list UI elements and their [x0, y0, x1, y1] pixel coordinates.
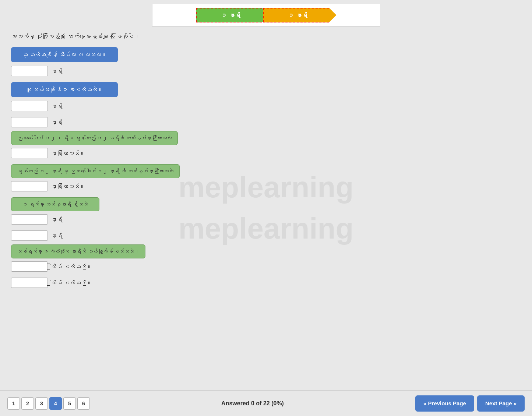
q6-input[interactable]: [11, 261, 48, 272]
question-5: ၁ ရက်မှာ ဘယ်နှနာရိ ရှိသလဲ နာရိ: [11, 197, 521, 225]
q6-top-row: နာရိ: [11, 230, 521, 241]
q5-input[interactable]: [11, 214, 48, 225]
arrow-yellow: ၁ နာရိ: [263, 8, 337, 22]
question-6: နာရိ တစ်ရက်မှာ ၈ ကဲတံတုံက နာရိကို ဘယ်နှက…: [11, 230, 521, 272]
page-btn-6[interactable]: 6: [77, 397, 90, 410]
question-2: သူ ဘယ်အချိန်မှာ စာဖတ်သလဲ။ နာရိ: [11, 82, 521, 111]
q2-input[interactable]: [11, 101, 48, 111]
q4-suffix: နာရိကြာသည်။: [51, 183, 85, 190]
q3-hint-button[interactable]: ညသန်းခေါင် ၁၂ ၊ ရီမှ မွန်းတည့် ၁၂ နာရိထိ…: [11, 131, 178, 145]
q6-top-input[interactable]: [11, 230, 48, 241]
q5-answer-row: နာရိ: [11, 214, 521, 225]
arrow-container: ၁ နာရိ ၁ နာရိ: [196, 8, 337, 22]
footer: 1 2 3 4 5 6 Answered 0 of 22 (0%) « Prev…: [0, 390, 532, 416]
q2-answer-row: နာရိ: [11, 101, 521, 111]
instruction-text: အထက်မှ ပုံကိုကြည့်၍ အောက်မှမေးခွန်းများက…: [11, 33, 521, 40]
page-btn-2[interactable]: 2: [21, 397, 34, 410]
next-page-button[interactable]: Next Page »: [477, 395, 525, 412]
q3-answer-row: နာရိ: [11, 117, 521, 127]
q4-input[interactable]: [11, 181, 48, 191]
q5-hint-button[interactable]: ၁ ရက်မှာ ဘယ်နှနာရိ ရှိသလဲ: [11, 197, 99, 211]
arrow-yellow-label: ၁ နာရိ: [288, 12, 307, 18]
q5-suffix: နာရိ: [51, 216, 63, 223]
arrow-green-label: ၁ နာရိ: [221, 12, 240, 18]
q1-suffix: နာရိ: [51, 68, 63, 74]
q3-result-row: နာရိကြာသည်။: [11, 148, 521, 158]
q6-hint-button[interactable]: တစ်ရက်မှာ ၈ ကဲတံတုံက နာရိကို ဘယ်နှကြိမ် …: [11, 244, 145, 258]
q7-input[interactable]: [11, 278, 48, 288]
main-content: ၁ နာရိ ၁ နာရိ အထက်မှ ပုံကိုကြည့်၍ အောက်မ…: [0, 0, 532, 331]
q4-hint-button[interactable]: မွန်းတည့် ၁၂ နာရိ မှ ညသန်းခေါင် ၁၂ နာရိ …: [11, 164, 180, 178]
q1-answer-row: နာရိ: [11, 66, 521, 76]
q2-button[interactable]: သူ ဘယ်အချိန်မှာ စာဖတ်သလဲ။: [11, 82, 118, 97]
page-numbers: 1 2 3 4 5 6: [7, 397, 90, 410]
q3-label: နာရိ: [51, 119, 63, 126]
q1-input[interactable]: [11, 66, 48, 76]
q1-button[interactable]: သူ ဘယ်အချိန် အိပ်ယာ က ထသလဲ။: [11, 47, 118, 62]
question-7: ကြိမ် ပတ်သည်။: [11, 278, 521, 288]
q6-answer-row: ကြိမ် ပတ်သည်။: [11, 261, 521, 272]
q7-suffix: ကြိမ် ပတ်သည်။: [51, 280, 92, 286]
arrow-diagram: ၁ နာရိ ၁ နာရိ: [152, 4, 380, 27]
footer-nav: « Previous Page Next Page »: [415, 395, 525, 412]
question-1: သူ ဘယ်အချိန် အိပ်ယာ က ထသလဲ။ နာရိ: [11, 47, 521, 76]
page-btn-4[interactable]: 4: [49, 397, 62, 410]
answered-status: Answered 0 of 22 (0%): [90, 400, 415, 407]
q6-top-label: နာရိ: [51, 233, 63, 239]
q4-answer-row: နာရိကြာသည်။: [11, 181, 521, 191]
page-btn-1[interactable]: 1: [7, 397, 20, 410]
question-3: နာရိ ညသန်းခေါင် ၁၂ ၊ ရီမှ မွန်းတည့် ၁၂ န…: [11, 117, 521, 158]
prev-page-button[interactable]: « Previous Page: [415, 395, 474, 412]
q3-input[interactable]: [11, 117, 48, 127]
page-btn-5[interactable]: 5: [63, 397, 76, 410]
q2-suffix: နာရိ: [51, 103, 63, 109]
arrow-green: ၁ နာရိ: [196, 8, 269, 22]
q3-result-input[interactable]: [11, 148, 48, 158]
q7-answer-row: ကြိမ် ပတ်သည်။: [11, 278, 521, 288]
q3-suffix: နာရိကြာသည်။: [51, 150, 85, 156]
q6-suffix: ကြိမ် ပတ်သည်။: [51, 264, 92, 270]
page-btn-3[interactable]: 3: [35, 397, 48, 410]
question-4: မွန်းတည့် ၁၂ နာရိ မှ ညသန်းခေါင် ၁၂ နာရိ …: [11, 164, 521, 191]
